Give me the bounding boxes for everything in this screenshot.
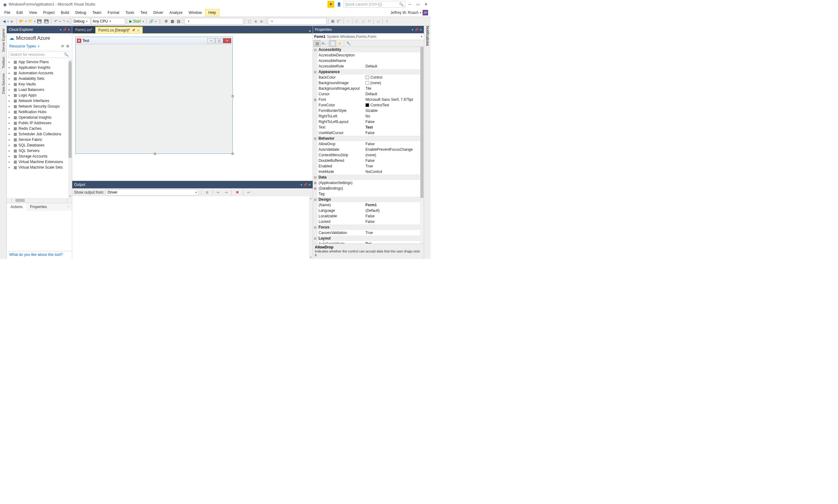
tree-item[interactable]: ▸▦Scheduler Job Collections [7,131,72,137]
expand-icon[interactable] [313,80,317,86]
feedback-link[interactable]: What do you like about this tool? [7,251,72,259]
collapse-icon[interactable]: ⊟ [313,136,317,141]
property-value[interactable]: Dpi [364,242,424,244]
horizontal-scrollbar[interactable]: 〈 〉 [7,198,72,203]
notification-flag-icon[interactable]: ▼ [327,1,334,8]
property-row[interactable]: EnabledTrue [313,163,424,169]
scroll-down-icon[interactable]: ▾ [309,255,313,259]
property-value[interactable]: False [364,159,424,163]
expand-icon[interactable]: ▸ [8,94,12,97]
collapse-icon[interactable]: ⊟ [313,197,317,202]
tree-item[interactable]: ▸▦Availability Sets [7,76,72,82]
tree-item[interactable]: ▸▦Operational Insights [7,115,72,120]
expand-icon[interactable]: ▸ [8,105,12,108]
restore-button[interactable]: ▭ [414,1,421,8]
property-row[interactable]: ForeColorControlText [313,102,424,108]
expand-icon[interactable]: ▸ [8,160,12,163]
expand-icon[interactable] [313,213,317,219]
toolbox-tab[interactable]: Toolbox [1,54,6,71]
quick-launch-input[interactable]: Quick Launch (Ctrl+Q) 🔍 [344,1,405,8]
property-value[interactable]: False [364,142,424,146]
tree-item[interactable]: ▸▦Storage Accounts [7,154,72,159]
property-row[interactable]: ⊞FontMicrosoft Sans Serif, 7.875pt [313,97,424,102]
tool-icon-4[interactable]: ▤ [176,18,181,25]
tree-item[interactable]: ▸▦Application Insights [7,65,72,70]
pin-icon[interactable]: 📌 [63,28,66,32]
close-icon[interactable]: ✕ [420,28,422,32]
category-row[interactable]: ⊟Focus [313,224,424,230]
properties-button[interactable]: 📄 [329,40,336,47]
collapse-icon[interactable]: ⊟ [313,224,317,230]
data-sources-tab[interactable]: Data Sources [1,71,6,96]
browser-link-button[interactable]: 🔗 [148,18,155,25]
property-value[interactable]: ControlText [364,103,424,107]
tree-item[interactable]: ▸▦SQL Databases [7,142,72,148]
expand-icon[interactable] [313,208,317,213]
menu-window[interactable]: Window [186,9,205,16]
scroll-thumb[interactable] [421,47,424,198]
property-row[interactable]: AutoValidateEnablePreventFocusChange [313,147,424,152]
property-row[interactable]: AccessibleDescription [313,52,424,58]
category-row[interactable]: ⊟Layout [313,235,424,241]
tree-item[interactable]: ▸▦SQL Servers [7,148,72,154]
property-row[interactable]: ⊞(DataBindings) [313,185,424,191]
tree-item[interactable]: ▸▦Redis Caches [7,126,72,131]
tree-item[interactable]: ▸▦Network Interfaces [7,98,72,104]
category-row[interactable]: ⊟Behavior [313,136,424,141]
property-row[interactable]: UseWaitCursorFalse [313,130,424,136]
scroll-left-icon[interactable]: 〈 [7,198,14,202]
expand-icon[interactable] [313,125,317,130]
property-value[interactable]: Default [364,64,424,68]
start-button[interactable]: ▶ Start ▾ [129,18,145,25]
tool-icon-5[interactable]: ⬚ [246,18,252,25]
nav-back-button[interactable]: ◀ [1,18,7,25]
new-project-button[interactable]: 📂 [18,18,25,25]
resource-types-row[interactable]: Resource Types ▾ ⟳ ⚙ [7,43,72,50]
expand-icon[interactable] [313,163,317,169]
tree-item[interactable]: ▸▦Key Vaults [7,82,72,87]
menu-format[interactable]: Format [105,9,122,16]
property-row[interactable]: BackgroundImageLayoutTile [313,86,424,91]
expand-icon[interactable] [313,64,317,69]
menu-driver[interactable]: Driver [150,9,166,16]
tree-item[interactable]: ▸▦Automation Accounts [7,70,72,76]
gear-icon[interactable]: ⚙ [66,44,69,49]
property-row[interactable]: AccessibleRoleDefault [313,64,424,69]
configuration-dropdown[interactable]: Debug▾ [72,18,90,25]
expand-icon[interactable]: ▸ [8,155,12,158]
tree-item[interactable]: ▸▦App Service Plans [7,59,72,65]
tool-icon-2[interactable]: ⚙ [163,18,169,25]
property-value[interactable]: (none) [364,81,424,85]
property-row[interactable]: AccessibleName [313,58,424,64]
align-icon-6[interactable]: ⊓ [366,18,372,25]
menu-team[interactable]: Team [89,9,104,16]
menu-tools[interactable]: Tools [122,9,137,16]
align-icon-1[interactable]: ⊞ [330,18,336,25]
scroll-up-icon[interactable]: ▴ [309,196,313,200]
expand-icon[interactable]: ▸ [8,83,12,86]
expand-icon[interactable]: ▸ [8,60,12,64]
property-row[interactable]: Language(Default) [313,208,424,213]
save-all-button[interactable]: 💾 [43,18,50,25]
expand-icon[interactable] [313,91,317,97]
property-row[interactable]: ImeModeNoControl [313,169,424,175]
resize-handle-br[interactable] [232,153,234,155]
property-row[interactable]: FormBorderStyleSizable [313,108,424,113]
align-icon-5[interactable]: ⊐ [360,18,366,25]
tool-icon-3[interactable]: ▦ [169,18,175,25]
menu-build[interactable]: Build [58,9,72,16]
property-value[interactable]: True [364,231,424,235]
notifications-tab[interactable]: Notifications [425,26,430,46]
menu-test[interactable]: Test [137,9,150,16]
property-row[interactable]: AllowDropFalse [313,141,424,147]
output-icon-2[interactable]: ⇤ [216,190,221,195]
menu-help[interactable]: Help [205,9,220,16]
property-value[interactable]: (none) [364,153,424,157]
expand-icon[interactable] [313,86,317,91]
property-row[interactable]: (Name)Form1 [313,202,424,208]
output-icon-3[interactable]: ⇥ [223,190,229,195]
categorized-button[interactable]: ▤ [313,40,320,47]
open-file-button[interactable]: 📁 [27,18,34,25]
scroll-down-icon[interactable]: ▾ [68,194,72,198]
close-button[interactable]: ✕ [423,1,429,8]
